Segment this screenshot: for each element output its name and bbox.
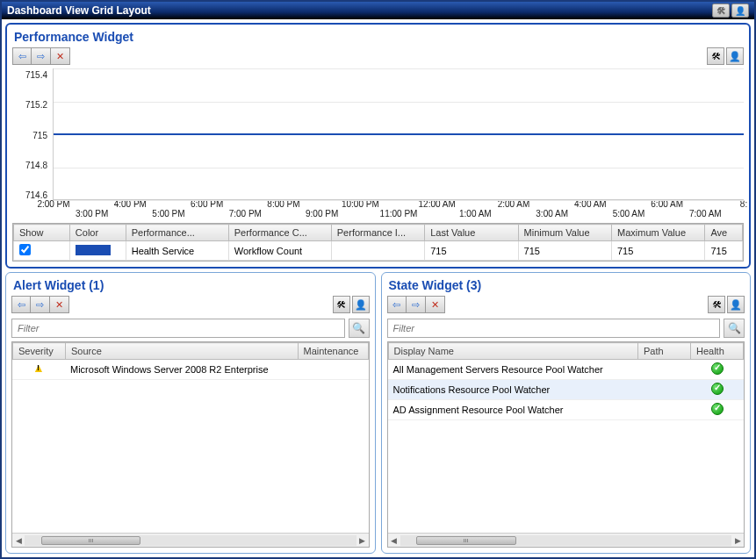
x-tick: 11:00 PM — [380, 209, 418, 219]
table-row[interactable]: Microsoft Windows Server 2008 R2 Enterpr… — [12, 360, 369, 380]
perf-cell: 715 — [705, 241, 743, 261]
table-row[interactable]: Notifications Resource Pool Watcher — [388, 380, 745, 400]
user-icon[interactable]: 👤 — [731, 4, 749, 18]
state-hscrollbar[interactable]: ◀ ▶ — [388, 533, 745, 547]
column-header[interactable]: Maintenance — [298, 343, 368, 360]
x-tick: 9:00 PM — [306, 209, 338, 219]
alert-widget: Alert Widget (1) ⇦ ⇨ ✕ 🛠 👤 🔍 — [5, 272, 376, 554]
close-icon: ✕ — [55, 299, 63, 311]
alert-nav-forward[interactable]: ⇨ — [31, 296, 50, 313]
perf-data-row[interactable]: Health ServiceWorkflow Count715715715715 — [14, 241, 743, 261]
perf-cell: Workflow Count — [228, 241, 331, 261]
search-icon: 🔍 — [728, 322, 741, 334]
nav-forward-button[interactable]: ⇨ — [32, 47, 51, 65]
y-tick: 714.8 — [25, 161, 47, 170]
scroll-left-icon[interactable]: ◀ — [12, 536, 25, 545]
window-title: Dashboard View Grid Layout — [7, 4, 151, 17]
wrench-icon: 🛠 — [712, 299, 722, 310]
table-row[interactable]: AD Assignment Resource Pool Watcher — [388, 400, 745, 420]
arrow-right-icon: ⇨ — [37, 51, 45, 62]
chart-y-axis: 715.4715.2715714.8714.6 — [12, 68, 53, 218]
state-display-name: Notifications Resource Pool Watcher — [388, 380, 639, 400]
alert-hscrollbar[interactable]: ◀ ▶ — [12, 533, 369, 547]
chart-x-axis: 2:00 PM4:00 PM6:00 PM8:00 PM10:00 PM12:0… — [54, 199, 744, 219]
x-tick: 5:00 AM — [613, 209, 645, 219]
state-grid: Display NamePathHealth All Management Se… — [387, 341, 745, 548]
column-header[interactable]: Performance I... — [331, 225, 424, 241]
state-nav-close[interactable]: ✕ — [426, 296, 445, 313]
alert-settings-button[interactable]: 🛠 — [333, 296, 350, 313]
health-ok-icon — [711, 383, 724, 395]
titlebar: Dashboard View Grid Layout 🛠 👤 — [2, 2, 754, 19]
wrench-icon: 🛠 — [336, 299, 346, 310]
content-area: Performance Widget ⇦ ⇨ ✕ 🛠 👤 715.4715.27… — [2, 19, 754, 557]
close-icon: ✕ — [431, 299, 439, 311]
nav-back-button[interactable]: ⇦ — [12, 47, 32, 65]
person-icon: 👤 — [730, 299, 742, 311]
alert-search-button[interactable]: 🔍 — [349, 319, 370, 338]
perf-cell: Health Service — [126, 241, 228, 261]
column-header[interactable]: Ave — [705, 225, 743, 241]
state-user-button[interactable]: 👤 — [727, 296, 745, 313]
titlebar-tools: 🛠 👤 — [712, 4, 749, 18]
perf-cell — [69, 241, 126, 261]
column-header[interactable]: Severity — [13, 343, 66, 360]
show-checkbox[interactable] — [19, 244, 31, 255]
table-row[interactable]: All Management Servers Resource Pool Wat… — [388, 360, 745, 380]
column-header[interactable]: Show — [14, 225, 70, 241]
state-nav-back[interactable]: ⇦ — [387, 296, 407, 313]
column-header[interactable]: Last Value — [425, 225, 518, 241]
scroll-right-icon[interactable]: ▶ — [356, 536, 369, 545]
arrow-left-icon: ⇦ — [18, 51, 26, 62]
perf-cell — [331, 241, 424, 261]
warning-icon — [32, 362, 45, 375]
health-ok-icon — [711, 362, 724, 375]
state-settings-button[interactable]: 🛠 — [708, 296, 725, 313]
x-tick: 1:00 AM — [459, 209, 492, 219]
perf-cell: 715 — [518, 241, 611, 261]
scroll-right-icon[interactable]: ▶ — [731, 536, 744, 545]
perf-cell: 715 — [612, 241, 705, 261]
alert-nav-close[interactable]: ✕ — [50, 296, 69, 313]
series-color-swatch — [76, 245, 111, 255]
performance-widget-title: Performance Widget — [14, 30, 744, 44]
widget-user-button[interactable]: 👤 — [726, 47, 744, 65]
x-tick: 3:00 PM — [76, 209, 108, 219]
column-header[interactable]: Minimum Value — [518, 225, 611, 241]
dashboard-window: Dashboard View Grid Layout 🛠 👤 Performan… — [0, 0, 756, 559]
chart-plot-area: 2:00 PM4:00 PM6:00 PM8:00 PM10:00 PM12:0… — [53, 68, 744, 200]
state-search-button[interactable]: 🔍 — [724, 319, 745, 338]
alert-nav-back[interactable]: ⇦ — [11, 296, 31, 313]
alert-user-button[interactable]: 👤 — [352, 296, 370, 313]
column-header[interactable]: Health — [691, 343, 744, 360]
performance-legend-grid: ShowColorPerformance...Performance C...P… — [12, 223, 744, 262]
performance-chart: 715.4715.2715714.8714.6 2:00 PM4:00 PM6:… — [12, 68, 744, 218]
alert-filter-input[interactable] — [11, 319, 345, 338]
nav-close-button[interactable]: ✕ — [51, 47, 70, 65]
state-display-name: All Management Servers Resource Pool Wat… — [388, 360, 639, 380]
x-tick: 5:00 PM — [152, 209, 184, 219]
widget-settings-button[interactable]: 🛠 — [707, 47, 724, 65]
close-icon: ✕ — [56, 51, 64, 62]
state-filter-input[interactable] — [387, 319, 721, 338]
column-header[interactable]: Display Name — [388, 343, 638, 360]
perf-cell: 715 — [425, 241, 518, 261]
person-icon: 👤 — [355, 299, 367, 311]
column-header[interactable]: Path — [638, 343, 691, 360]
arrow-right-icon: ⇨ — [412, 299, 420, 311]
scroll-left-icon[interactable]: ◀ — [388, 536, 400, 545]
column-header[interactable]: Performance C... — [228, 225, 331, 241]
search-icon: 🔍 — [352, 322, 365, 334]
perf-cell — [14, 241, 70, 261]
column-header[interactable]: Performance... — [126, 225, 228, 241]
state-display-name: AD Assignment Resource Pool Watcher — [388, 400, 639, 420]
state-widget-title: State Widget (3) — [389, 278, 745, 292]
column-header[interactable]: Maximum Value — [612, 225, 705, 241]
column-header[interactable]: Color — [69, 225, 126, 241]
lower-row: Alert Widget (1) ⇦ ⇨ ✕ 🛠 👤 🔍 — [5, 272, 751, 554]
alert-widget-title: Alert Widget (1) — [13, 278, 370, 292]
column-header[interactable]: Source — [66, 343, 299, 360]
state-nav-forward[interactable]: ⇨ — [407, 296, 426, 313]
settings-icon[interactable]: 🛠 — [712, 4, 730, 18]
person-icon: 👤 — [729, 51, 741, 62]
